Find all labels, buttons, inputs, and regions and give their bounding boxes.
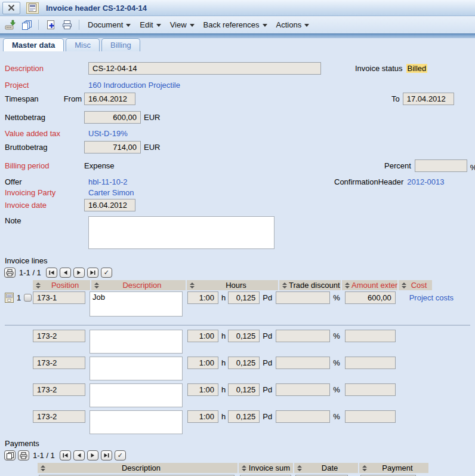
print-list-button[interactable] (4, 268, 16, 278)
tab-billing[interactable]: Billing (101, 38, 140, 51)
last-page-button[interactable] (101, 450, 112, 460)
days-field[interactable]: 0,125 (228, 357, 260, 369)
menu-back-references[interactable]: Back references (201, 19, 270, 30)
days-field[interactable]: 0,125 (228, 330, 260, 342)
previous-page-icon (63, 270, 67, 275)
print-list-button[interactable] (18, 450, 29, 460)
line-document-icon[interactable] (5, 293, 14, 303)
line-description-textarea[interactable] (90, 410, 183, 434)
chevron-down-icon (126, 24, 131, 27)
cost-link[interactable]: Project costs (409, 291, 454, 304)
confirmation-header-link[interactable]: 2012-0013 (407, 177, 444, 186)
position-field[interactable]: 173-2 (33, 330, 85, 342)
percent-field[interactable] (415, 159, 467, 172)
timespan-to-field[interactable]: 17.04.2012 (403, 93, 454, 105)
invoicing-party-link[interactable]: Carter Simon (88, 188, 134, 197)
copy-button[interactable] (20, 20, 32, 30)
days-field[interactable]: 0,125 (228, 410, 260, 423)
trade-discount-field[interactable] (276, 410, 330, 423)
print-button[interactable] (61, 20, 73, 30)
vat-link[interactable]: USt-D-19% (88, 129, 128, 138)
description-field[interactable]: CS-12-04-14 (88, 62, 321, 75)
copy-list-button[interactable] (4, 450, 16, 460)
offer-link[interactable]: hbl-11-10-2 (88, 177, 128, 186)
hours-unit: h (221, 291, 226, 304)
trade-discount-field[interactable] (276, 291, 330, 304)
invoice-date-field[interactable]: 16.04.2012 (84, 199, 135, 211)
position-field[interactable]: 173-2 (33, 410, 85, 423)
sort-icon[interactable] (190, 282, 195, 288)
menu-document[interactable]: Document (85, 19, 133, 30)
trade-discount-field[interactable] (276, 330, 330, 342)
position-field[interactable]: 173-1 (33, 291, 85, 304)
chevron-down-icon (156, 24, 161, 27)
check-icon: ✓ (118, 452, 123, 459)
tab-bar: Master data Misc Billing (0, 38, 475, 51)
hours-field[interactable]: 1:00 (187, 410, 218, 423)
project-link[interactable]: 160 Indroduction Projectile (88, 81, 180, 90)
sort-icon[interactable] (282, 282, 287, 288)
sort-icon[interactable] (297, 465, 302, 471)
line-checkbox[interactable] (24, 294, 32, 302)
line-description-textarea[interactable] (90, 383, 183, 407)
last-page-button[interactable] (87, 268, 98, 278)
bruttobetrag-field[interactable]: 714,00 (84, 141, 141, 153)
confirm-button[interactable]: ✓ (101, 268, 112, 278)
amount-external-field[interactable] (345, 357, 396, 369)
position-field[interactable]: 173-2 (33, 383, 85, 396)
previous-page-button[interactable] (73, 450, 85, 460)
days-field[interactable]: 0,125 (228, 383, 260, 396)
toolbar-separator (38, 20, 39, 30)
chevron-down-icon (304, 24, 309, 27)
hours-field[interactable]: 1:00 (187, 291, 218, 304)
first-page-button[interactable] (60, 450, 71, 460)
row-separator (5, 325, 470, 325)
menu-view[interactable]: View (168, 19, 197, 30)
keyboard-import-button[interactable] (4, 20, 16, 30)
column-hours: Hours (196, 281, 278, 290)
timespan-from-field[interactable]: 16.04.2012 (84, 93, 135, 105)
new-document-button[interactable] (45, 20, 57, 30)
sort-icon[interactable] (362, 465, 367, 471)
sort-icon[interactable] (402, 282, 406, 288)
sort-icon[interactable] (41, 465, 45, 471)
first-page-icon (63, 453, 68, 458)
menu-edit[interactable]: Edit (137, 19, 163, 30)
percent-unit: % (333, 291, 340, 304)
menu-actions[interactable]: Actions (274, 19, 312, 30)
check-icon: ✓ (104, 269, 109, 277)
previous-page-icon (77, 453, 81, 458)
first-page-button[interactable] (46, 268, 57, 278)
tab-misc[interactable]: Misc (66, 38, 100, 51)
invoice-lines-title: Invoice lines (0, 256, 475, 265)
days-field[interactable]: 0,125 (228, 291, 260, 304)
trade-discount-field[interactable] (276, 383, 330, 396)
trade-discount-field[interactable] (276, 357, 330, 369)
sort-icon[interactable] (36, 282, 41, 288)
confirm-button[interactable]: ✓ (115, 450, 126, 460)
hours-field[interactable]: 1:00 (187, 357, 218, 369)
sort-icon[interactable] (345, 282, 350, 288)
amount-external-field[interactable] (345, 383, 396, 396)
close-button[interactable] (2, 2, 20, 14)
tab-master-data[interactable]: Master data (3, 38, 64, 51)
nettobetrag-field[interactable]: 600,00 (84, 111, 141, 124)
line-description-textarea[interactable] (90, 357, 183, 380)
amount-external-field[interactable] (345, 410, 396, 423)
position-field[interactable]: 173-2 (33, 357, 85, 369)
note-textarea[interactable] (88, 216, 274, 249)
hours-field[interactable]: 1:00 (187, 330, 218, 342)
hours-field[interactable]: 1:00 (187, 383, 218, 396)
project-label: Project (5, 81, 29, 90)
line-description-textarea[interactable] (90, 330, 183, 354)
amount-external-field[interactable] (345, 330, 396, 342)
sort-icon[interactable] (242, 465, 246, 471)
billing-period-label: Billing period (5, 161, 49, 170)
line-description-textarea[interactable]: Job (90, 291, 183, 317)
next-page-button[interactable] (87, 450, 98, 460)
next-page-button[interactable] (73, 268, 85, 278)
previous-page-button[interactable] (60, 268, 71, 278)
sort-icon[interactable] (94, 282, 99, 288)
amount-external-field[interactable]: 600,00 (345, 291, 396, 304)
column-description: Description (101, 281, 186, 290)
